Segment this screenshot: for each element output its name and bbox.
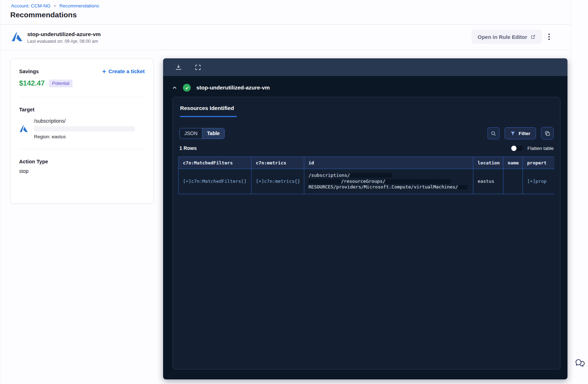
filter-label: Filter — [519, 131, 530, 136]
view-mode-segmented-control: JSON Table — [179, 128, 225, 139]
last-evaluated: Last evaluated on: 09 Apr, 06:00 am — [27, 39, 101, 44]
download-icon — [175, 64, 182, 71]
help-chat-button[interactable] — [573, 357, 586, 370]
fullscreen-icon — [195, 64, 201, 71]
redacted-value — [458, 185, 467, 190]
table-view-button[interactable]: Table — [202, 128, 224, 139]
download-button[interactable] — [175, 64, 182, 71]
table-row: [+]c7n:MatchedFilters[] [+]c7n:metrics{}… — [179, 169, 555, 194]
open-in-rule-editor-button[interactable]: Open in Rule Editor — [472, 30, 542, 44]
column-header: id — [304, 157, 473, 169]
action-type-value: stop — [19, 168, 145, 174]
output-toolbar — [163, 58, 567, 76]
column-header: propert — [523, 157, 555, 169]
breadcrumb-account-link[interactable]: Account: CCM-NG — [11, 3, 51, 8]
tab-resources-identified[interactable]: Resources Identified — [180, 105, 237, 117]
target-label: Target — [19, 107, 145, 112]
divider — [19, 97, 145, 97]
rule-output-panel: stop-underutilized-azure-vm Resources Id… — [163, 58, 567, 379]
rule-header: stop-underutilized-azure-vm Last evaluat… — [27, 31, 101, 44]
redacted-value — [385, 179, 451, 184]
page-title: Recommendations — [10, 11, 77, 19]
create-ticket-label: Create a ticket — [108, 68, 145, 74]
json-view-button[interactable]: JSON — [180, 128, 202, 139]
resources-table: c7n:MatchedFilters c7n:metrics id locati… — [178, 157, 554, 194]
location-cell: eastus — [473, 169, 503, 194]
filter-icon — [510, 131, 515, 136]
filter-button[interactable]: Filter — [505, 127, 536, 139]
savings-amount: $142.47 — [19, 79, 45, 87]
rule-name: stop-underutilized-azure-vm — [27, 31, 101, 37]
savings-label: Savings — [19, 69, 39, 74]
search-button[interactable] — [488, 127, 500, 139]
rows-count: 1 Rows — [179, 145, 197, 151]
resources-table-container[interactable]: c7n:MatchedFilters c7n:metrics id locati… — [178, 157, 554, 194]
breadcrumb-separator-icon: > — [54, 4, 56, 8]
redacted-value — [350, 173, 392, 178]
azure-icon — [11, 30, 23, 42]
column-header: location — [473, 157, 503, 169]
target-path: /subscriptions/ — [34, 118, 135, 124]
success-icon — [183, 84, 191, 92]
divider — [19, 149, 145, 149]
divider — [0, 50, 570, 50]
name-cell — [503, 169, 523, 194]
breadcrumb-recommendations-link[interactable]: Recommendations — [59, 3, 99, 8]
external-link-icon — [530, 34, 536, 40]
chat-bubbles-icon — [574, 357, 586, 369]
open-in-rule-editor-label: Open in Rule Editor — [478, 34, 527, 40]
search-icon — [490, 130, 496, 136]
rule-run-title: stop-underutilized-azure-vm — [196, 85, 270, 91]
column-header: name — [503, 157, 523, 169]
redacted-value — [34, 126, 135, 132]
fullscreen-button[interactable] — [195, 64, 201, 71]
azure-icon — [19, 124, 28, 133]
copy-button[interactable] — [541, 127, 554, 140]
id-cell: /subscriptions/ /resourceGroups/ RESOURC… — [304, 169, 473, 194]
collapse-button[interactable] — [172, 85, 177, 91]
divider — [571, 0, 571, 384]
potential-badge: Potential — [49, 80, 73, 87]
column-header: c7n:metrics — [252, 157, 304, 169]
metrics-cell[interactable]: [+]c7n:metrics{} — [252, 169, 304, 194]
column-header: c7n:MatchedFilters — [179, 157, 252, 169]
breadcrumb: Account: CCM-NG > Recommendations — [11, 3, 99, 8]
target-region: Region: eastus — [34, 134, 135, 139]
flatten-table-label: Flatten table — [528, 146, 554, 151]
table-header-row: c7n:MatchedFilters c7n:metrics id locati… — [179, 157, 555, 169]
recommendations-page: Account: CCM-NG > Recommendations Recomm… — [0, 0, 588, 384]
recommendation-summary-card: Savings + Create a ticket $142.47 Potent… — [10, 59, 154, 204]
more-options-button[interactable] — [544, 32, 554, 42]
redacted-value — [309, 179, 341, 184]
matched-filters-cell[interactable]: [+]c7n:MatchedFilters[] — [179, 169, 252, 194]
divider — [0, 24, 570, 25]
create-ticket-button[interactable]: + Create a ticket — [102, 68, 145, 74]
flatten-table-toggle[interactable] — [512, 146, 523, 151]
copy-icon — [544, 130, 550, 136]
properties-cell[interactable]: [+]prop — [523, 169, 555, 194]
plus-icon: + — [102, 69, 106, 74]
resources-identified-section: Resources Identified JSON Table — [173, 97, 560, 370]
action-type-label: Action Type — [19, 159, 145, 164]
chevron-up-icon — [172, 85, 177, 91]
